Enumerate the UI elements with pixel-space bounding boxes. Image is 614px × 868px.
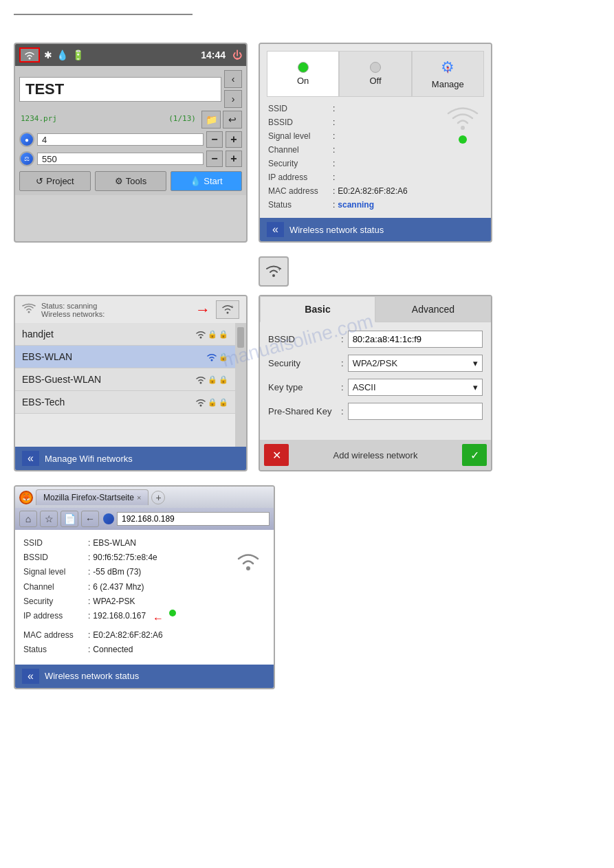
browser-panel: 🦊 Mozilla Firefox-Startseite × + ⌂ ☆ 📄 ← — [14, 485, 275, 689]
slider2-track[interactable]: 550 — [37, 153, 204, 165]
chevron-down-icon: ▾ — [473, 358, 478, 368]
wifi-off-btn[interactable]: Off — [339, 51, 411, 97]
chevron-down-icon2: ▾ — [473, 382, 478, 392]
tools-icon: ⚙ — [115, 176, 123, 186]
slider1-value: 4 — [38, 135, 47, 145]
networks-label: Wireless networks: — [41, 310, 105, 318]
row-2: Status: scanning Wireless networks: → + — [14, 295, 600, 471]
wifi-top-buttons: On Off ⚙ Manage ↑ — [260, 44, 491, 97]
slider1-plus[interactable]: + — [226, 131, 242, 148]
project-btn[interactable]: ↺ Project — [19, 171, 91, 191]
bssid-label: BSSID — [268, 116, 330, 129]
off-label: Off — [369, 76, 381, 86]
document-btn[interactable]: 📄 — [61, 511, 78, 527]
add-network-btn[interactable]: + — [259, 256, 289, 287]
svg-text:+: + — [230, 304, 234, 310]
slider2-plus[interactable]: + — [226, 151, 242, 167]
device-panel: ✱ 💧 🔋 14:44 ⏻ TEST ‹ › — [14, 43, 248, 243]
manage-label: Manage — [432, 79, 464, 89]
security-select[interactable]: WPA2/PSK ▾ — [348, 355, 483, 372]
wifi-scan-icon — [22, 302, 36, 317]
scan-status: Status: scanning — [41, 302, 105, 310]
network-item-ebs-wlan[interactable]: EBS-WLAN 🔒 — [15, 346, 235, 368]
next-btn[interactable]: › — [224, 90, 242, 108]
content-layout: SSID : EBS-WLAN BSSID : 90:f6:52:75:e8:4… — [23, 537, 265, 658]
tab-basic[interactable]: Basic — [260, 296, 375, 322]
svg-point-9 — [200, 382, 202, 384]
network-item-ebs-tech[interactable]: EBS-Tech 🔒 🔒 — [15, 391, 235, 414]
slider1-row: ● 4 − + — [19, 131, 242, 148]
open-file-btn[interactable]: 📁 — [201, 111, 221, 129]
network-item-ebs-guest-wlan[interactable]: EBS-Guest-WLAN 🔒 🔒 — [15, 368, 235, 391]
wifi-network-list: handjet 🔒 🔒 EBS-WLAN 🔒 — [15, 323, 235, 447]
wifi-back-btn[interactable]: « — [267, 222, 284, 237]
text-input[interactable]: TEST — [19, 77, 221, 102]
wifi-on-btn[interactable]: On — [267, 51, 339, 97]
save-file-btn[interactable]: ↩ — [223, 111, 242, 129]
bssid-colon: : — [333, 116, 335, 129]
lock2-icon: 🔒 — [219, 398, 228, 407]
key-type-label: Key type — [268, 382, 337, 392]
wifi-info-area: SSID : BSSID : Signal level : Channel : — [260, 97, 491, 218]
back-btn[interactable]: ← — [81, 511, 99, 527]
tools-btn[interactable]: ⚙ Tools — [95, 171, 166, 191]
ok-btn[interactable]: ✓ — [462, 444, 487, 466]
red-right-arrow: ← — [153, 610, 164, 627]
on-label: On — [297, 76, 309, 86]
form-footer: ✕ Add wireless network ✓ — [260, 440, 491, 470]
slider1-track[interactable]: 4 — [37, 133, 204, 146]
svg-point-1 — [461, 126, 465, 130]
new-tab-btn[interactable]: + — [151, 491, 165, 504]
tab-close-btn[interactable]: × — [137, 493, 141, 502]
br-status-value: Connected — [93, 643, 133, 656]
bssid-input[interactable] — [348, 331, 483, 348]
slider1-minus[interactable]: − — [206, 131, 223, 148]
key-type-select[interactable]: ASCII ▾ — [348, 379, 483, 396]
wifi-add-btn[interactable]: + — [216, 300, 239, 319]
file-action-buttons: 📁 ↩ — [201, 111, 242, 129]
ink-icon: 💧 — [56, 49, 68, 60]
wifi-manage-btn[interactable]: ⚙ Manage ↑ — [412, 51, 484, 97]
top-divider — [14, 14, 193, 15]
slider2-minus[interactable]: − — [206, 151, 223, 167]
url-input[interactable] — [117, 512, 270, 526]
browser-tab[interactable]: Mozilla Firefox-Startseite × — [36, 489, 149, 505]
power-icon: ⏻ — [232, 49, 242, 60]
prev-btn[interactable]: ‹ — [224, 70, 242, 88]
start-btn[interactable]: 💧 Start — [171, 171, 242, 191]
mac-colon: : — [333, 185, 335, 197]
network-icons: 🔒 — [206, 352, 228, 361]
browser-back-btn[interactable]: « — [22, 669, 39, 684]
network-item-handjet[interactable]: handjet 🔒 🔒 — [15, 323, 235, 346]
cancel-btn[interactable]: ✕ — [264, 444, 289, 466]
browser-content: SSID : EBS-WLAN BSSID : 90:f6:52:75:e8:4… — [15, 530, 274, 665]
ip-row: IP address : — [268, 171, 483, 183]
svg-point-0 — [29, 58, 31, 60]
battery-icon: 🔋 — [72, 49, 84, 60]
psk-form-row: Pre-Shared Key : — [268, 403, 483, 420]
home-btn[interactable]: ⌂ — [19, 511, 37, 527]
key-type-value: ASCII — [353, 382, 376, 392]
signal-colon: : — [333, 130, 335, 142]
br-bssid-value: 90:f6:52:75:e8:4e — [93, 551, 157, 564]
row-3: 🦊 Mozilla Firefox-Startseite × + ⌂ ☆ 📄 ← — [14, 485, 600, 689]
wifi-scrollbar[interactable] — [235, 323, 246, 447]
svg-point-10 — [200, 405, 202, 407]
ip-colon: : — [333, 171, 335, 183]
bookmark-btn[interactable]: ☆ — [40, 511, 58, 527]
br-signal-value: -55 dBm (73) — [93, 566, 141, 579]
bssid-form-row: BSSID : — [268, 331, 483, 348]
tab-advanced[interactable]: Advanced — [375, 296, 491, 322]
lock-icon: 🔒 — [208, 398, 217, 407]
br-ssid-value: EBS-WLAN — [93, 537, 136, 550]
br-mac-row: MAC address : E0:2A:82:6F:82:A6 — [23, 629, 176, 642]
mac-value: E0:2A:82:6F:82:A6 — [338, 185, 407, 197]
br-mac-colon: : — [88, 629, 90, 642]
wifi-list-back-btn[interactable]: « — [22, 451, 39, 466]
channel-row: Channel : — [268, 144, 483, 156]
psk-input[interactable] — [348, 403, 483, 420]
status-row: Status : scanning — [268, 199, 483, 211]
network-name: handjet — [22, 329, 195, 340]
scrollbar-thumb[interactable] — [237, 327, 244, 348]
psk-colon: : — [341, 406, 344, 416]
